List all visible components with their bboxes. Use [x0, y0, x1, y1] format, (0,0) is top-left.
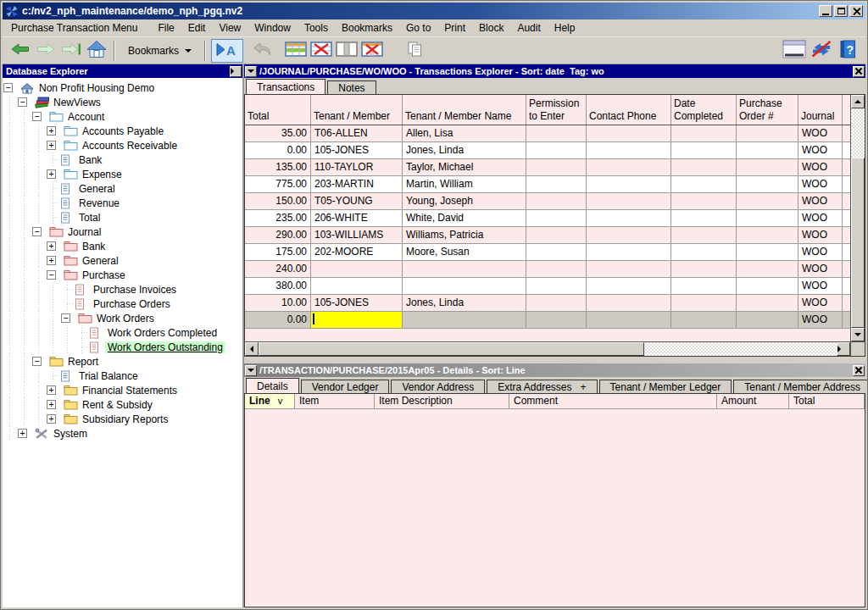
- cell-date_completed[interactable]: [671, 295, 737, 311]
- details-tab-details[interactable]: Details: [246, 378, 299, 393]
- maximize-button[interactable]: [834, 5, 848, 17]
- cell-total[interactable]: 380.00: [245, 278, 311, 294]
- copy-button[interactable]: [403, 39, 427, 63]
- insert-column-button[interactable]: [335, 39, 359, 63]
- insert-row-button[interactable]: [284, 39, 308, 63]
- tree-item-rent-subsidy[interactable]: +Rent & Subsidy: [3, 397, 242, 412]
- cell-name[interactable]: Jones, Linda: [403, 142, 526, 158]
- cell-total[interactable]: 175.00: [245, 244, 311, 260]
- tree-item-work-orders-completed[interactable]: Work Orders Completed: [3, 325, 242, 340]
- cell-permission[interactable]: [526, 159, 587, 175]
- scroll-up-button[interactable]: [851, 95, 865, 108]
- cell-journal[interactable]: WOO: [798, 142, 843, 158]
- disconnect-button[interactable]: [809, 39, 834, 63]
- cell-permission[interactable]: [526, 125, 587, 141]
- cell-tenant[interactable]: T05-YOUNG: [311, 193, 403, 209]
- tree-expander[interactable]: −: [18, 97, 27, 107]
- bookmarks-dropdown-button[interactable]: Bookmarks: [120, 39, 199, 63]
- cell-permission[interactable]: [526, 261, 587, 277]
- cell-journal[interactable]: WOO: [798, 227, 843, 243]
- cell-po[interactable]: [737, 278, 798, 294]
- cell-date_completed[interactable]: [671, 227, 737, 243]
- scrollbar-track[interactable]: [644, 342, 837, 356]
- tree-item-revenue[interactable]: Revenue: [3, 196, 242, 210]
- cell-po[interactable]: [737, 176, 798, 192]
- details-column-header-line[interactable]: Linev: [245, 394, 295, 408]
- transactions-dropdown-button[interactable]: [245, 66, 257, 77]
- cell-total[interactable]: 0.00: [245, 142, 311, 158]
- cell-date_completed[interactable]: [671, 125, 737, 141]
- tree-item-general[interactable]: General: [3, 181, 242, 196]
- cell-journal[interactable]: WOO: [798, 159, 843, 175]
- back-button[interactable]: [8, 39, 32, 63]
- column-header-name[interactable]: Tenant / Member Name: [403, 95, 526, 125]
- cell-permission[interactable]: [526, 193, 587, 209]
- cell-name[interactable]: Young, Joseph: [403, 193, 526, 209]
- tree-expander[interactable]: +: [47, 241, 56, 251]
- tree-expander[interactable]: −: [3, 83, 13, 92]
- details-dropdown-button[interactable]: [245, 365, 257, 376]
- cell-total[interactable]: 235.00: [245, 210, 311, 226]
- tree-item-expense[interactable]: +Expense: [3, 167, 242, 181]
- tree-item-general[interactable]: +General: [3, 253, 242, 268]
- cell-permission[interactable]: [526, 142, 587, 158]
- cell-tenant[interactable]: [311, 278, 403, 294]
- cell-po[interactable]: [737, 261, 798, 277]
- cell-name[interactable]: Williams, Patricia: [403, 227, 526, 243]
- menu-item-go-to[interactable]: Go to: [399, 20, 437, 36]
- cell-name[interactable]: [403, 261, 526, 277]
- cell-phone[interactable]: [587, 193, 671, 209]
- cell-date_completed[interactable]: [671, 261, 737, 277]
- tree-expander[interactable]: −: [32, 357, 42, 366]
- column-header-tenant[interactable]: Tenant / Member: [311, 95, 403, 125]
- cell-name[interactable]: [403, 312, 526, 328]
- cell-total[interactable]: 0.00: [245, 312, 311, 328]
- tree-item-purchase-invoices[interactable]: Purchase Invoices: [3, 282, 242, 297]
- column-header-total[interactable]: Total: [245, 95, 311, 125]
- tree-item-journal[interactable]: −Journal: [3, 225, 242, 239]
- cell-tenant[interactable]: [311, 312, 403, 328]
- tree-item-account[interactable]: −Account: [3, 109, 242, 124]
- tree-item-financial-statements[interactable]: +Financial Statements: [3, 383, 242, 397]
- cell-po[interactable]: [737, 142, 798, 158]
- tree-item-purchase-orders[interactable]: Purchase Orders: [3, 297, 242, 311]
- cell-journal[interactable]: WOO: [798, 193, 843, 209]
- cell-tenant[interactable]: 203-MARTIN: [311, 176, 403, 192]
- forward-button[interactable]: [34, 39, 58, 63]
- explorer-pin-button[interactable]: [230, 66, 242, 77]
- cell-tenant[interactable]: 110-TAYLOR: [311, 159, 403, 175]
- tree-item-work-orders-outstanding[interactable]: Work Orders Outstanding: [3, 340, 242, 354]
- cell-permission[interactable]: [526, 176, 587, 192]
- vertical-scrollbar[interactable]: [850, 95, 865, 341]
- cell-journal[interactable]: WOO: [798, 244, 843, 260]
- cell-date_completed[interactable]: [671, 142, 737, 158]
- cell-po[interactable]: [737, 295, 798, 311]
- cell-tenant[interactable]: 103-WILLIAMS: [311, 227, 403, 243]
- tree-item-subsidiary-reports[interactable]: +Subsidiary Reports: [3, 412, 242, 426]
- cell-name[interactable]: Jones, Linda: [403, 295, 526, 311]
- cell-total[interactable]: 290.00: [245, 227, 311, 243]
- close-button[interactable]: [849, 5, 863, 17]
- tree-item-newviews[interactable]: −NewViews: [3, 95, 242, 109]
- menu-item-window[interactable]: Window: [248, 20, 298, 36]
- home-button[interactable]: [85, 39, 108, 63]
- tree-expander[interactable]: −: [32, 227, 42, 236]
- cell-tenant[interactable]: 202-MOORE: [311, 244, 403, 260]
- cell-name[interactable]: [403, 278, 526, 294]
- help-button[interactable]: ?: [836, 39, 860, 63]
- tree-expander[interactable]: −: [47, 270, 56, 280]
- details-tab-vendor-address[interactable]: Vendor Address: [391, 380, 485, 393]
- tree-item-bank[interactable]: +Bank: [3, 239, 242, 253]
- cell-permission[interactable]: [526, 227, 587, 243]
- cell-phone[interactable]: [587, 227, 671, 243]
- transactions-tab-transactions[interactable]: Transactions: [246, 79, 326, 94]
- cell-total[interactable]: 240.00: [245, 261, 311, 277]
- cell-po[interactable]: [737, 125, 798, 141]
- tree-item-system[interactable]: +System: [3, 426, 242, 441]
- cell-phone[interactable]: [587, 125, 671, 141]
- cell-phone[interactable]: [587, 261, 671, 277]
- panel-splitter[interactable]: [244, 357, 865, 363]
- menu-item-file[interactable]: File: [151, 20, 181, 36]
- cell-name[interactable]: Taylor, Michael: [403, 159, 526, 175]
- cell-phone[interactable]: [587, 210, 671, 226]
